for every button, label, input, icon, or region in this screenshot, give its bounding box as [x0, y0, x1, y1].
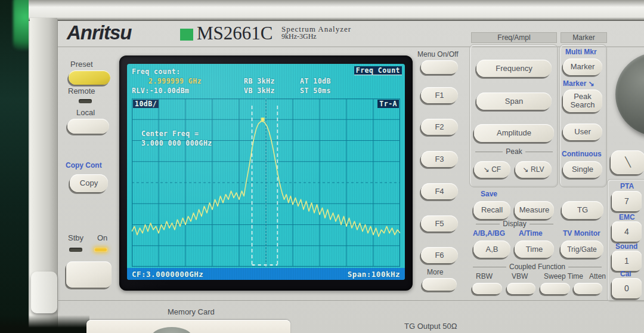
- center-freq-entry-line2: 3.000 000 000GHz: [141, 139, 212, 147]
- stby-led: [69, 248, 82, 252]
- remote-label: Remote: [68, 87, 95, 95]
- bottom-seam: [57, 300, 644, 301]
- model-description: Spectrum Analyzer 9kHz-3GHz: [281, 25, 351, 41]
- key-4[interactable]: 4: [612, 221, 642, 242]
- instrument-handle: [31, 272, 57, 313]
- freq-count-menu-title: Freq Count: [354, 66, 402, 75]
- vbw-readout: VB 3kHz: [244, 87, 275, 95]
- stby-label: Stby: [68, 233, 83, 242]
- more-button[interactable]: [422, 278, 457, 291]
- local-label: Local: [76, 108, 95, 117]
- recall-button[interactable]: Recall: [473, 201, 510, 219]
- rbw-button[interactable]: [472, 283, 502, 294]
- model-number: MS2661C: [197, 23, 273, 44]
- anritsu-green-square-icon: [180, 29, 193, 41]
- freq-ampl-section-header: Freq/Ampl: [471, 32, 557, 43]
- menu-onoff-button[interactable]: [421, 60, 458, 74]
- side-seam: [57, 20, 58, 333]
- key-0[interactable]: 0: [612, 278, 642, 298]
- fkey-f5[interactable]: F5: [421, 215, 458, 232]
- power-button[interactable]: [66, 261, 112, 288]
- span-button[interactable]: Span: [476, 92, 552, 110]
- on-label: On: [97, 233, 107, 242]
- ab-button[interactable]: A,B: [473, 240, 510, 258]
- freq-count-label: Freq count:: [132, 67, 181, 76]
- multi-mkr-label: Multi Mkr: [565, 48, 597, 56]
- rbw-label: RBW: [476, 272, 493, 280]
- frequency-range: 9kHz-3GHz: [281, 33, 351, 41]
- key-1[interactable]: 1: [612, 251, 642, 271]
- top-seam: [29, 20, 644, 21]
- pta-label: PTA: [620, 182, 634, 190]
- atten-button[interactable]: [574, 283, 602, 294]
- save-label: Save: [481, 190, 497, 198]
- atten-label: Atten: [589, 272, 606, 280]
- step-down-key[interactable]: ╲: [611, 150, 644, 174]
- tg-button[interactable]: TG: [562, 201, 603, 219]
- amplitude-button[interactable]: Amplitude: [474, 124, 554, 142]
- sweep-time-readout: ST 50ms: [300, 87, 331, 95]
- sweep-time-button[interactable]: [540, 283, 570, 294]
- single-button[interactable]: Single: [563, 161, 602, 178]
- atten-readout: AT 10dB: [300, 77, 331, 85]
- center-freq-entry-line1: Center Freq =: [141, 130, 199, 138]
- spectrum-graticule: [132, 98, 400, 267]
- peak-to-cf-button[interactable]: ↘ CF: [474, 161, 510, 178]
- ref-level-readout: RLV:-10.00dBm: [132, 87, 190, 95]
- photo-of-spectrum-analyzer: Anritsu MS2661C Spectrum Analyzer 9kHz-3…: [0, 0, 644, 333]
- ab-abg-label: A/B,A/BG: [473, 229, 505, 238]
- cal-label: Cal: [620, 270, 631, 278]
- span-readout: Span:100kHz: [348, 270, 400, 279]
- remote-led: [79, 99, 92, 103]
- fkey-f2[interactable]: F2: [421, 119, 458, 135]
- display-label: Display: [473, 220, 556, 228]
- cf-readout: CF:3.0000000GHz: [132, 270, 203, 279]
- fkey-f1[interactable]: F1: [421, 87, 458, 103]
- preset-button[interactable]: [69, 70, 110, 85]
- freq-count-value: 2.999999 GHz: [148, 77, 202, 85]
- continuous-label: Continuous: [562, 150, 602, 158]
- rbw-readout: RB 3kHz: [244, 77, 275, 85]
- instrument-top-edge: [29, 0, 644, 20]
- memory-card-slot[interactable]: [86, 320, 290, 333]
- preset-label: Preset: [70, 60, 93, 69]
- sweep-time-label: Sweep Time: [544, 272, 583, 280]
- marker-button[interactable]: Marker: [563, 58, 602, 75]
- memory-card-label: Memory Card: [168, 307, 215, 316]
- on-led: [94, 248, 107, 252]
- tg-output-label: TG Output 50Ω: [404, 322, 457, 331]
- a-time-label: A/Time: [519, 229, 543, 238]
- fkey-f3[interactable]: F3: [421, 151, 458, 167]
- background-bottom-left: [0, 315, 89, 333]
- measure-button[interactable]: Measure: [515, 201, 554, 219]
- trig-gate-button[interactable]: Trig/Gate: [561, 240, 603, 258]
- emc-label: EMC: [619, 213, 635, 221]
- local-button[interactable]: [67, 119, 109, 134]
- vbw-button[interactable]: [507, 283, 535, 294]
- vbw-label: VBW: [512, 272, 528, 280]
- copy-button[interactable]: Copy: [70, 174, 108, 192]
- time-button[interactable]: Time: [515, 240, 554, 258]
- fkey-f6[interactable]: F6: [421, 247, 458, 263]
- marker-to-label: Marker ↘: [563, 79, 595, 88]
- copy-cont-label: Copy Cont: [66, 161, 102, 169]
- trace-a-label: Tr-A: [377, 100, 399, 108]
- coupled-function-label: Coupled Function: [470, 263, 605, 271]
- user-button[interactable]: User: [563, 124, 602, 140]
- peak-to-rlv-button[interactable]: ↘ RLV: [515, 161, 552, 178]
- sound-label: Sound: [615, 242, 637, 251]
- frequency-button[interactable]: Frequency: [476, 60, 552, 77]
- more-label: More: [427, 268, 443, 276]
- memory-card-eject-button[interactable]: [152, 327, 191, 333]
- crt-screen: Freq count: Freq Count 2.999999 GHz RB 3…: [127, 64, 405, 280]
- menu-onoff-label: Menu On/Off: [417, 50, 458, 58]
- anritsu-logo: Anritsu: [67, 21, 132, 44]
- key-7[interactable]: 7: [612, 191, 642, 211]
- scale-readout: 10dB/: [133, 100, 159, 108]
- fkey-f4[interactable]: F4: [421, 183, 458, 199]
- peak-search-button[interactable]: Peak Search: [563, 90, 602, 112]
- marker-section-header: Marker: [561, 32, 607, 43]
- background-left: [0, 0, 31, 333]
- peak-label: Peak: [472, 147, 556, 156]
- tv-monitor-label: TV Monitor: [563, 229, 600, 238]
